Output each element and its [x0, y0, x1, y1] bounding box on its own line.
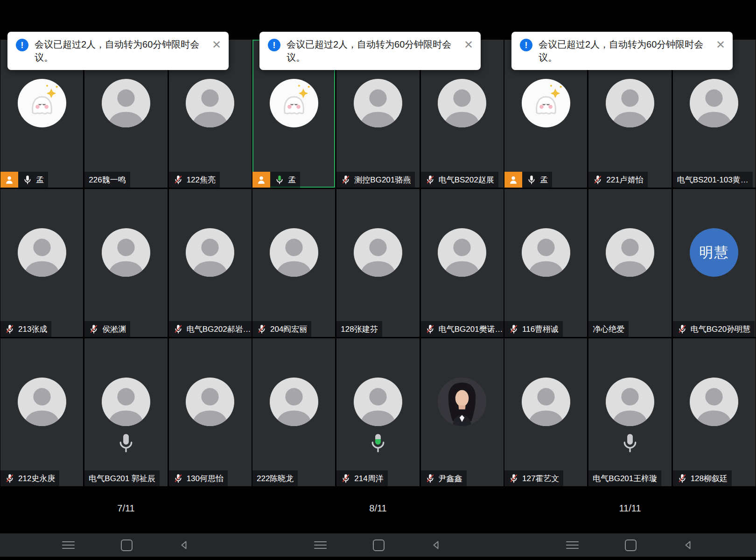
mic-on-icon [526, 175, 537, 185]
menu-icon[interactable] [314, 541, 327, 549]
home-icon[interactable] [373, 539, 385, 551]
default-avatar [354, 79, 402, 127]
name-label: 122焦亮 [169, 172, 220, 188]
menu-icon[interactable] [566, 541, 579, 549]
mic-muted-icon [425, 473, 435, 483]
ghost-avatar [522, 79, 570, 127]
mic-muted-icon [425, 175, 435, 185]
close-icon[interactable]: ✕ [716, 39, 725, 50]
mic-muted-icon [173, 473, 183, 483]
mic-level-icon [368, 432, 388, 456]
participant-grid: 孟226魏一鸣 122焦亮 213张成 侯淞渊 电气BG202郝岩… 212史永… [0, 40, 252, 486]
participant-tile[interactable]: 电气BG201樊诺… [421, 189, 504, 337]
name-label: 孟 [0, 172, 48, 188]
home-icon[interactable] [625, 539, 637, 551]
android-navbar [0, 533, 252, 557]
participant-name: 212史永庚 [18, 473, 55, 484]
mic-muted-icon [677, 473, 687, 483]
participant-tile[interactable]: 侯淞渊 [84, 189, 167, 337]
meeting-limit-banner: ! 会议已超过2人，自动转为60分钟限时会议。 ✕ [7, 32, 229, 70]
back-icon[interactable] [431, 539, 442, 551]
participant-tile[interactable]: 明慧 电气BG20孙明慧 [673, 189, 756, 337]
default-avatar [270, 378, 318, 426]
participant-name: 电气BS201-103黄… [677, 175, 749, 185]
default-avatar [690, 378, 738, 426]
participant-tile[interactable]: 电气BG202郝岩… [169, 189, 252, 337]
name-label: 213张成 [0, 321, 51, 337]
participant-tile[interactable]: 电气BG201 郭祉辰 [84, 338, 167, 486]
participant-tile[interactable]: 电气BG201王梓璇 [588, 338, 671, 486]
android-navbar [504, 533, 756, 557]
participant-name: 221卢婧怡 [606, 175, 643, 185]
default-avatar [18, 378, 66, 426]
participant-tile[interactable]: 204阎宏丽 [252, 189, 335, 337]
ghost-avatar [18, 79, 66, 127]
info-icon: ! [16, 39, 28, 51]
close-icon[interactable]: ✕ [212, 39, 221, 50]
default-avatar [18, 228, 66, 277]
name-label: 221卢婧怡 [588, 172, 647, 188]
participant-name: 电气BG20孙明慧 [691, 324, 750, 335]
ghost-avatar [270, 79, 318, 127]
participant-tile[interactable]: 128张建芬 [336, 189, 419, 337]
default-avatar [606, 79, 654, 127]
participant-tile[interactable]: 128柳叙廷 [673, 338, 756, 486]
participant-tile[interactable]: 213张成 [0, 189, 83, 337]
info-icon: ! [268, 39, 280, 51]
participant-name: 尹鑫鑫 [439, 473, 462, 484]
participant-name: 净心绝爱 [593, 324, 624, 335]
participant-name: 侯淞渊 [102, 324, 126, 335]
default-avatar [438, 79, 486, 127]
default-avatar [186, 378, 234, 426]
default-avatar [606, 378, 654, 426]
default-avatar [522, 228, 570, 277]
name-label: 孟 [252, 172, 300, 188]
participant-name: 214周洋 [354, 473, 383, 484]
meeting-limit-banner: ! 会议已超过2人，自动转为60分钟限时会议。 ✕ [511, 32, 733, 70]
banner-text: 会议已超过2人，自动转为60分钟限时会议。 [287, 38, 457, 64]
participant-tile[interactable]: 净心绝爱 [588, 189, 671, 337]
default-avatar [186, 79, 234, 127]
mic-muted-icon [341, 175, 351, 185]
participant-tile[interactable]: 130何思怡 [169, 338, 252, 486]
participant-tile[interactable]: 212史永庚 [0, 338, 83, 486]
participant-tile[interactable]: 尹鑫鑫 [421, 338, 504, 486]
host-badge-icon [0, 172, 18, 188]
default-avatar [186, 228, 234, 277]
participant-tile[interactable]: 222陈晓龙 [252, 338, 335, 486]
participant-name: 128张建芬 [341, 324, 378, 335]
phone-screen: ! 会议已超过2人，自动转为60分钟限时会议。 ✕ 孟 221卢婧怡电气BS20… [504, 0, 756, 560]
participant-name: 130何思怡 [187, 473, 224, 484]
name-label: 214周洋 [336, 470, 387, 486]
name-label: 电气BG20孙明慧 [673, 321, 755, 337]
page-indicator: 11/11 [504, 503, 756, 514]
default-avatar [690, 79, 738, 127]
android-navbar [252, 533, 504, 557]
name-label: 222陈晓龙 [252, 470, 298, 486]
default-avatar [102, 378, 150, 426]
back-icon[interactable] [683, 539, 694, 551]
default-avatar [270, 228, 318, 277]
name-label: 电气BG201王梓璇 [588, 470, 661, 486]
close-icon[interactable]: ✕ [464, 39, 473, 50]
participant-tile[interactable]: 116曹栩诚 [504, 189, 587, 337]
home-icon[interactable] [121, 539, 133, 551]
name-label: 204阎宏丽 [252, 321, 311, 337]
participant-tile[interactable]: 127霍艺文 [504, 338, 587, 486]
name-label: 侯淞渊 [84, 321, 130, 337]
name-label: 212史永庚 [0, 470, 59, 486]
name-label: 130何思怡 [169, 470, 228, 486]
menu-icon[interactable] [62, 541, 75, 549]
initials-avatar: 明慧 [690, 228, 738, 277]
default-avatar [102, 79, 150, 127]
participant-grid: 孟 测控BG201骆燕 电气BS202赵展 204阎宏丽128张建芬 电气BG2… [252, 40, 504, 486]
name-label: 128柳叙廷 [673, 470, 732, 486]
mic-level-icon [620, 432, 640, 456]
participant-name: 226魏一鸣 [89, 175, 126, 185]
participant-name: 孟 [288, 175, 296, 185]
mic-muted-icon [5, 473, 15, 483]
back-icon[interactable] [179, 539, 190, 551]
participant-name: 电气BG202郝岩… [187, 324, 251, 335]
participant-tile[interactable]: 214周洋 [336, 338, 419, 486]
participant-name: 116曹栩诚 [522, 324, 559, 335]
